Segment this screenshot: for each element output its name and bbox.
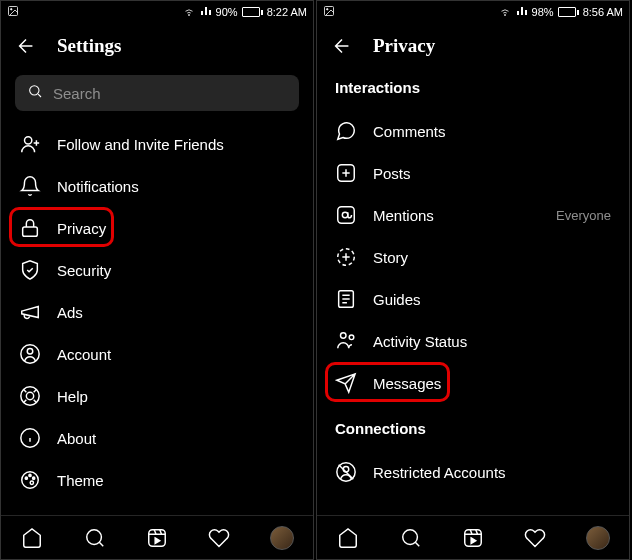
bell-icon	[19, 175, 41, 197]
list-item-label: Privacy	[57, 220, 295, 237]
settings-list: Follow and Invite Friends Notifications …	[1, 123, 313, 515]
list-item-mentions[interactable]: Mentions Everyone	[317, 194, 629, 236]
nav-reels[interactable]	[461, 526, 485, 550]
list-item-posts[interactable]: Posts	[317, 152, 629, 194]
svg-rect-5	[23, 227, 38, 236]
nav-reels[interactable]	[145, 526, 169, 550]
list-item-value: Everyone	[556, 208, 611, 223]
picture-icon	[7, 5, 19, 19]
list-item-follow-invite[interactable]: Follow and Invite Friends	[1, 123, 313, 165]
nav-search[interactable]	[399, 526, 423, 550]
header: Privacy	[317, 23, 629, 69]
info-icon	[19, 427, 41, 449]
nav-profile[interactable]	[586, 526, 610, 550]
svg-point-23	[342, 212, 348, 218]
section-interactions: Interactions	[317, 69, 629, 110]
megaphone-icon	[19, 301, 41, 323]
nav-activity[interactable]	[523, 526, 547, 550]
list-item-label: Messages	[373, 375, 611, 392]
svg-point-27	[349, 335, 354, 340]
section-connections: Connections	[317, 404, 629, 451]
status-time: 8:22 AM	[267, 6, 307, 18]
svg-point-16	[86, 529, 101, 544]
list-item-label: Restricted Accounts	[373, 464, 611, 481]
list-item-help[interactable]: Help	[1, 375, 313, 417]
list-item-label: Mentions	[373, 207, 540, 224]
list-item-label: Activity Status	[373, 333, 611, 350]
nav-profile[interactable]	[270, 526, 294, 550]
battery-icon	[558, 7, 579, 17]
search-input[interactable]: Search	[15, 75, 299, 111]
list-item-label: Theme	[57, 472, 295, 489]
comment-icon	[335, 120, 357, 142]
list-item-comments[interactable]: Comments	[317, 110, 629, 152]
search-icon	[27, 83, 43, 103]
back-button[interactable]	[331, 35, 353, 57]
battery-pct: 90%	[216, 6, 238, 18]
list-item-label: Follow and Invite Friends	[57, 136, 295, 153]
list-item-messages[interactable]: Messages	[317, 362, 629, 404]
svg-rect-31	[465, 529, 482, 546]
mentions-icon	[335, 204, 357, 226]
wifi-icon	[182, 5, 196, 19]
battery-pct: 98%	[532, 6, 554, 18]
nav-home[interactable]	[20, 526, 44, 550]
messages-icon	[335, 372, 357, 394]
list-item-ads[interactable]: Ads	[1, 291, 313, 333]
list-item-activity-status[interactable]: Activity Status	[317, 320, 629, 362]
svg-point-19	[327, 9, 329, 11]
list-item-story[interactable]: Story	[317, 236, 629, 278]
header: Settings	[1, 23, 313, 69]
nav-activity[interactable]	[207, 526, 231, 550]
avatar	[586, 526, 610, 550]
back-button[interactable]	[15, 35, 37, 57]
activity-icon	[335, 330, 357, 352]
nav-home[interactable]	[336, 526, 360, 550]
list-item-account[interactable]: Account	[1, 333, 313, 375]
list-item-label: Notifications	[57, 178, 295, 195]
plus-box-icon	[335, 162, 357, 184]
page-title: Privacy	[373, 35, 435, 57]
svg-point-20	[504, 15, 505, 16]
list-item-label: Security	[57, 262, 295, 279]
svg-rect-17	[149, 529, 166, 546]
status-time: 8:56 AM	[583, 6, 623, 18]
signal-icon	[516, 5, 528, 19]
battery-icon	[242, 7, 263, 17]
theme-icon	[19, 469, 41, 491]
list-item-label: Help	[57, 388, 295, 405]
follow-icon	[19, 133, 41, 155]
svg-point-14	[33, 477, 35, 479]
list-item-notifications[interactable]: Notifications	[1, 165, 313, 207]
bottom-nav	[317, 515, 629, 559]
svg-point-30	[402, 529, 417, 544]
list-item-label: Ads	[57, 304, 295, 321]
right-phone-privacy: 98% 8:56 AM Privacy Interactions Comment…	[316, 0, 630, 560]
list-item-theme[interactable]: Theme	[1, 459, 313, 501]
svg-point-3	[30, 86, 39, 95]
status-bar: 90% 8:22 AM	[1, 1, 313, 23]
list-item-guides[interactable]: Guides	[317, 278, 629, 320]
page-title: Settings	[57, 35, 121, 57]
svg-point-12	[25, 477, 27, 479]
picture-icon	[323, 5, 335, 19]
list-item-security[interactable]: Security	[1, 249, 313, 291]
nav-search[interactable]	[83, 526, 107, 550]
restricted-icon	[335, 461, 357, 483]
search-placeholder: Search	[53, 85, 101, 102]
svg-point-1	[11, 9, 13, 11]
status-bar: 98% 8:56 AM	[317, 1, 629, 23]
list-item-restricted[interactable]: Restricted Accounts	[317, 451, 629, 493]
account-icon	[19, 343, 41, 365]
svg-point-26	[341, 333, 347, 339]
list-item-privacy[interactable]: Privacy	[1, 207, 313, 249]
list-item-label: Comments	[373, 123, 611, 140]
list-item-label: Story	[373, 249, 611, 266]
story-icon	[335, 246, 357, 268]
svg-point-9	[26, 392, 33, 399]
svg-point-7	[27, 349, 33, 355]
list-item-about[interactable]: About	[1, 417, 313, 459]
svg-point-15	[30, 481, 33, 484]
svg-point-13	[29, 474, 31, 476]
list-item-label: Account	[57, 346, 295, 363]
